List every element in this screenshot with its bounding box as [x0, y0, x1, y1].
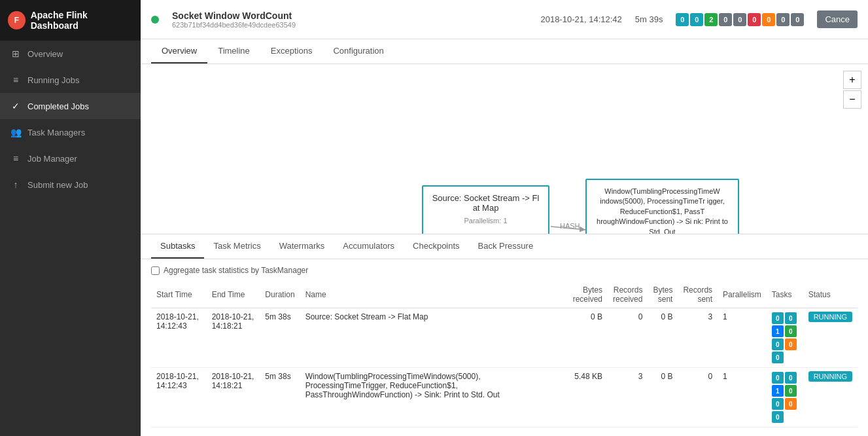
cell-bytes-sent: 0 B: [648, 308, 678, 368]
sidebar: F Apache Flink Dashboard ⊞ Overview ≡ Ru…: [0, 0, 141, 436]
sidebar-header: F Apache Flink Dashboard: [0, 0, 141, 41]
subtasks-table: Start Time End Time Duration Name Bytesr…: [151, 282, 858, 427]
sidebar-item-job-manager[interactable]: ≡ Job Manager: [0, 145, 141, 172]
job-header: Socket Window WordCount 623b71bf34dd4bed…: [141, 0, 868, 39]
job-info: Socket Window WordCount 623b71bf34dd4bed…: [172, 10, 527, 29]
col-parallelism: Parallelism: [718, 282, 767, 308]
cell-bytes-received: 5.48 KB: [568, 368, 608, 427]
sidebar-item-submit-job[interactable]: ↑ Submit new Job: [0, 172, 141, 198]
sidebar-item-label: Job Manager: [27, 154, 77, 164]
task-badge: 1: [772, 385, 784, 397]
task-badge: 0: [785, 398, 797, 410]
cell-end-time: 2018-10-21, 14:18:21: [207, 368, 260, 427]
cell-status: RUNNING: [803, 368, 858, 427]
cell-bytes-sent: 0 B: [648, 368, 678, 427]
subtab-navigation: Subtasks Task Metrics Watermarks Accumul…: [141, 234, 868, 259]
col-status: Status: [803, 282, 858, 308]
col-start-time: Start Time: [151, 282, 207, 308]
badge-5: 0: [748, 13, 761, 26]
badge-4: 0: [733, 13, 746, 26]
sidebar-item-task-managers[interactable]: 👥 Task Managers: [0, 119, 141, 145]
tab-overview[interactable]: Overview: [151, 39, 207, 64]
subtab-accumulators[interactable]: Accumulators: [334, 234, 404, 259]
sidebar-item-completed-jobs[interactable]: ✓ Completed Jobs: [0, 93, 141, 119]
cell-tasks: 0010000: [767, 368, 803, 427]
cell-records-sent: 3: [678, 308, 718, 368]
cell-duration: 5m 38s: [260, 308, 300, 368]
overview-icon: ⊞: [10, 48, 21, 59]
sidebar-title: Apache Flink Dashboard: [31, 10, 133, 31]
aggregate-checkbox[interactable]: [151, 266, 160, 275]
subtab-subtasks[interactable]: Subtasks: [151, 234, 204, 259]
badge-7: 0: [776, 13, 790, 26]
zoom-out-button[interactable]: −: [843, 90, 861, 109]
subtab-back-pressure[interactable]: Back Pressure: [469, 234, 543, 259]
node-source-label: Source: Socket Stream -> Fl at Map: [430, 193, 542, 213]
node-window[interactable]: Window(TumblingProcessingTimeW indows(50…: [585, 179, 739, 234]
tab-timeline[interactable]: Timeline: [207, 39, 260, 64]
task-badge: 0: [785, 385, 797, 397]
tab-navigation: Overview Timeline Exceptions Configurati…: [141, 39, 868, 64]
task-badge: 0: [772, 372, 784, 384]
tab-configuration[interactable]: Configuration: [322, 39, 394, 64]
table-row: 2018-10-21, 14:12:432018-10-21, 14:18:21…: [151, 368, 858, 427]
sidebar-item-overview[interactable]: ⊞ Overview: [0, 41, 141, 67]
task-badge: 0: [785, 325, 797, 337]
task-badge: 0: [772, 398, 784, 410]
zoom-in-button[interactable]: +: [843, 71, 861, 89]
col-duration: Duration: [260, 282, 300, 308]
cell-name: Source: Socket Stream -> Flat Map: [300, 308, 568, 368]
job-status-dot: [151, 16, 159, 24]
cell-status: RUNNING: [803, 308, 858, 368]
cell-parallelism: 1: [718, 368, 767, 427]
node-source[interactable]: Source: Socket Stream -> Fl at Map Paral…: [422, 185, 549, 234]
sidebar-item-label: Task Managers: [27, 128, 85, 137]
badge-8: 0: [791, 13, 804, 26]
badge-6: 0: [762, 13, 775, 26]
job-time: 2018-10-21, 14:12:42: [540, 14, 621, 24]
col-records-received: Recordsreceived: [608, 282, 648, 308]
col-records-sent: Recordssent: [678, 282, 718, 308]
arrow-label: HASH: [560, 222, 580, 230]
col-bytes-received: Bytesreceived: [568, 282, 608, 308]
bottom-panel: Subtasks Task Metrics Watermarks Accumul…: [141, 234, 868, 436]
sidebar-item-label: Overview: [27, 49, 63, 59]
badge-2: 2: [704, 13, 718, 26]
task-badge: 0: [772, 352, 784, 363]
cell-end-time: 2018-10-21, 14:18:21: [207, 308, 260, 368]
cell-bytes-received: 0 B: [568, 308, 608, 368]
cell-records-sent: 0: [678, 368, 718, 427]
col-tasks: Tasks: [767, 282, 803, 308]
col-bytes-sent: Bytessent: [648, 282, 678, 308]
tab-exceptions[interactable]: Exceptions: [260, 39, 323, 64]
subtab-watermarks[interactable]: Watermarks: [270, 234, 334, 259]
cell-parallelism: 1: [718, 308, 767, 368]
subtab-checkpoints[interactable]: Checkpoints: [404, 234, 469, 259]
submit-job-icon: ↑: [10, 179, 21, 190]
aggregate-label: Aggregate task statistics by TaskManager: [164, 266, 308, 275]
completed-jobs-icon: ✓: [10, 101, 21, 111]
flink-logo: F: [8, 11, 26, 29]
subtasks-table-container: Aggregate task statistics by TaskManager…: [141, 259, 868, 434]
task-badge: 1: [772, 325, 784, 337]
cell-records-received: 3: [608, 368, 648, 427]
sidebar-item-running-jobs[interactable]: ≡ Running Jobs: [0, 67, 141, 93]
task-managers-icon: 👥: [10, 127, 21, 137]
node-source-parallelism: Parallelism: 1: [430, 217, 542, 225]
cell-duration: 5m 38s: [260, 368, 300, 427]
job-graph: Source: Socket Stream -> Fl at Map Paral…: [141, 64, 868, 234]
cancel-button[interactable]: Cance: [817, 10, 858, 28]
badge-0: 0: [676, 13, 689, 26]
job-duration: 5m 39s: [635, 14, 663, 24]
status-badge: RUNNING: [808, 371, 852, 382]
main-content: Socket Window WordCount 623b71bf34dd4bed…: [141, 0, 868, 436]
cell-records-received: 0: [608, 308, 648, 368]
subtab-task-metrics[interactable]: Task Metrics: [204, 234, 269, 259]
cell-name: Window(TumblingProcessingTimeWindows(500…: [300, 368, 568, 427]
graph-controls: + −: [843, 71, 861, 109]
task-badge: 0: [785, 372, 797, 384]
job-badges: 0 0 2 0 0 0 0 0 0: [676, 13, 804, 26]
node-window-label: Window(TumblingProcessingTimeW indows(50…: [593, 187, 731, 234]
job-name: Socket Window WordCount: [172, 10, 527, 21]
task-badge: 0: [785, 338, 797, 350]
